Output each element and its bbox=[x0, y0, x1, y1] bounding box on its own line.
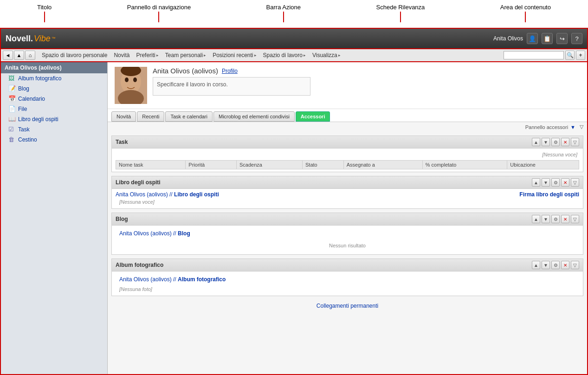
footer-permalink[interactable]: Collegamenti permanenti bbox=[317, 303, 378, 309]
guestbook-link[interactable]: Anita Olivos (aolivos) // Libro degli os… bbox=[116, 191, 219, 198]
guestbook-widget-body: Anita Olivos (aolivos) // Libro degli os… bbox=[112, 189, 583, 208]
photo-ctrl-collapse[interactable]: ▽ bbox=[571, 261, 579, 269]
photo-widget: Album fotografico ▲ ▼ ⚙ ✕ ▽ Anita Olivos… bbox=[111, 259, 583, 296]
help-icon-btn[interactable]: ? bbox=[571, 33, 582, 44]
photo-widget-header: Album fotografico ▲ ▼ ⚙ ✕ ▽ bbox=[112, 259, 583, 272]
menu-posizioni[interactable]: Posizioni recenti ▸ bbox=[210, 51, 259, 59]
blog-ctrl-up[interactable]: ▲ bbox=[532, 215, 540, 223]
photo-ctrl-settings[interactable]: ⚙ bbox=[551, 261, 560, 269]
tab-novita[interactable]: Novità bbox=[111, 111, 136, 122]
profile-section: Anita Olivos (aolivos) Profilo Specifica… bbox=[108, 62, 587, 109]
pannello-accessori-link[interactable]: ▼ bbox=[570, 124, 575, 130]
guestbook-ctrl-collapse[interactable]: ▽ bbox=[571, 178, 579, 187]
logo-tm: ™ bbox=[52, 36, 56, 41]
task-ctrl-up[interactable]: ▲ bbox=[532, 138, 540, 146]
guestbook-ctrl-close[interactable]: ✕ bbox=[561, 178, 569, 187]
annotation-area: Area del contenuto bbox=[500, 4, 551, 11]
sidebar: Anita Olivos (aolivos) 🖼 Album fotografi… bbox=[1, 62, 108, 374]
login-icon-btn[interactable]: ↪ bbox=[556, 33, 568, 44]
logo-vibe: Vibe bbox=[34, 34, 51, 44]
home-button[interactable]: ⌂ bbox=[25, 51, 35, 60]
search-input[interactable] bbox=[504, 51, 564, 59]
photo-link[interactable]: Anita Olivos (aolivos) // Album fotograf… bbox=[119, 276, 226, 283]
task-widget-header: Task ▲ ▼ ⚙ ✕ ▽ bbox=[112, 136, 583, 149]
menu-preferiti[interactable]: Preferiti ▸ bbox=[133, 51, 161, 59]
menu-spazio[interactable]: Spazio di lavoro ▸ bbox=[260, 51, 309, 59]
blog-ctrl-collapse[interactable]: ▽ bbox=[571, 215, 579, 223]
calendar-icon: 📅 bbox=[8, 95, 16, 103]
guestbook-ctrl-settings[interactable]: ⚙ bbox=[551, 178, 560, 187]
annotation-barra: Barra Azione bbox=[266, 4, 301, 11]
blog-ctrl-settings[interactable]: ⚙ bbox=[551, 215, 560, 223]
header: Novell. Vibe ™ Anita Olivos 👤 📋 ↪ ? bbox=[0, 28, 588, 49]
guestbook-widget: Libro degli ospiti ▲ ▼ ⚙ ✕ ▽ Anita Olivo… bbox=[111, 176, 583, 209]
blog-ctrl-down[interactable]: ▼ bbox=[542, 215, 550, 223]
menu-visualizza[interactable]: Visualizza ▸ bbox=[310, 51, 343, 59]
menu-novita[interactable]: Novità bbox=[111, 51, 132, 59]
tabs-bar: Novità Recenti Task e calendari Microblo… bbox=[108, 109, 587, 122]
visualizza-arrow: ▸ bbox=[338, 53, 341, 58]
sidebar-item-album[interactable]: 🖼 Album fotografico bbox=[1, 73, 107, 84]
guestbook-action-link[interactable]: Firma libro degli ospiti bbox=[519, 191, 579, 198]
photo-no-result: [Nessuna foto] bbox=[116, 285, 579, 293]
task-widget: Task ▲ ▼ ⚙ ✕ ▽ [Nessuna voce] Nome task … bbox=[111, 136, 583, 172]
guestbook-no-result: [Nessuna voce] bbox=[116, 198, 579, 206]
sidebar-item-calendario[interactable]: 📅 Calendario bbox=[1, 94, 107, 104]
photo-ctrl-up[interactable]: ▲ bbox=[532, 261, 540, 269]
sidebar-label-calendario: Calendario bbox=[18, 96, 45, 102]
add-button[interactable]: + bbox=[576, 51, 585, 60]
task-ctrl-settings[interactable]: ⚙ bbox=[551, 138, 560, 146]
photo-ctrl-down[interactable]: ▼ bbox=[542, 261, 550, 269]
header-right: Anita Olivos 👤 📋 ↪ ? bbox=[493, 33, 582, 44]
profile-name-row: Anita Olivos (aolivos) Profilo bbox=[153, 67, 580, 75]
task-widget-title: Task bbox=[116, 139, 128, 145]
profile-status-box: Specificare il lavoro in corso. bbox=[153, 77, 310, 96]
guestbook-ctrl-up[interactable]: ▲ bbox=[532, 178, 540, 187]
sidebar-header: Anita Olivos (aolivos) bbox=[1, 62, 107, 73]
sidebar-label-file: File bbox=[18, 106, 27, 112]
person-icon-btn[interactable]: 👤 bbox=[527, 33, 538, 44]
back-button[interactable]: ◄ bbox=[3, 51, 13, 60]
guestbook-icon: 📖 bbox=[8, 116, 16, 123]
menu-workspace-personal[interactable]: Spazio di lavoro personale bbox=[39, 51, 110, 59]
photo-widget-title: Album fotografico bbox=[116, 262, 163, 268]
task-col-assegnato: Assegnato a bbox=[343, 161, 422, 169]
blog-no-result: Nessun risultato bbox=[116, 239, 579, 252]
task-ctrl-collapse[interactable]: ▽ bbox=[571, 138, 579, 146]
task-col-priorita: Priorità bbox=[186, 161, 237, 169]
profile-name-text: Anita Olivos (aolivos) bbox=[153, 67, 218, 75]
sidebar-label-album: Album fotografico bbox=[18, 75, 61, 82]
task-col-completato: % completato bbox=[422, 161, 507, 169]
menu-team[interactable]: Team personali ▸ bbox=[162, 51, 209, 59]
blog-ctrl-close[interactable]: ✕ bbox=[561, 215, 569, 223]
profile-link[interactable]: Profilo bbox=[222, 68, 238, 74]
posizioni-arrow: ▸ bbox=[254, 53, 257, 58]
tab-microblog[interactable]: Microblog ed elementi condivisi bbox=[213, 111, 295, 122]
task-col-scadenza: Scadenza bbox=[237, 161, 303, 169]
svg-point-4 bbox=[133, 78, 137, 82]
profile-info: Anita Olivos (aolivos) Profilo Specifica… bbox=[153, 67, 580, 96]
task-table: Nome task Priorità Scadenza Stato Assegn… bbox=[116, 160, 579, 169]
task-ctrl-close[interactable]: ✕ bbox=[561, 138, 569, 146]
photo-ctrl-close[interactable]: ✕ bbox=[561, 261, 569, 269]
tab-task-calendari[interactable]: Task e calendari bbox=[165, 111, 213, 122]
task-icon: ☑ bbox=[8, 126, 16, 133]
sidebar-item-guestbook[interactable]: 📖 Libro degli ospiti bbox=[1, 114, 107, 124]
sidebar-item-file[interactable]: 📄 File bbox=[1, 104, 107, 114]
task-widget-body: [Nessuna voce] Nome task Priorità Scaden… bbox=[112, 149, 583, 172]
search-button[interactable]: 🔍 bbox=[565, 51, 575, 60]
task-col-stato: Stato bbox=[303, 161, 344, 169]
guestbook-widget-controls: ▲ ▼ ⚙ ✕ ▽ bbox=[532, 178, 579, 187]
guestbook-ctrl-down[interactable]: ▼ bbox=[542, 178, 550, 187]
blog-link[interactable]: Anita Olivos (aolivos) // Blog bbox=[119, 230, 190, 237]
tab-recenti[interactable]: Recenti bbox=[137, 111, 164, 122]
task-ctrl-down[interactable]: ▼ bbox=[542, 138, 550, 146]
tab-accessori[interactable]: Accessori bbox=[296, 111, 330, 122]
clipboard-icon-btn[interactable]: 📋 bbox=[542, 33, 553, 44]
sidebar-item-blog[interactable]: 📝 Blog bbox=[1, 84, 107, 94]
up-button[interactable]: ▲ bbox=[14, 51, 24, 60]
sidebar-label-task: Task bbox=[18, 126, 30, 133]
task-widget-controls: ▲ ▼ ⚙ ✕ ▽ bbox=[532, 138, 579, 146]
sidebar-item-task[interactable]: ☑ Task bbox=[1, 124, 107, 135]
sidebar-item-cestino[interactable]: 🗑 Cestino bbox=[1, 135, 107, 145]
